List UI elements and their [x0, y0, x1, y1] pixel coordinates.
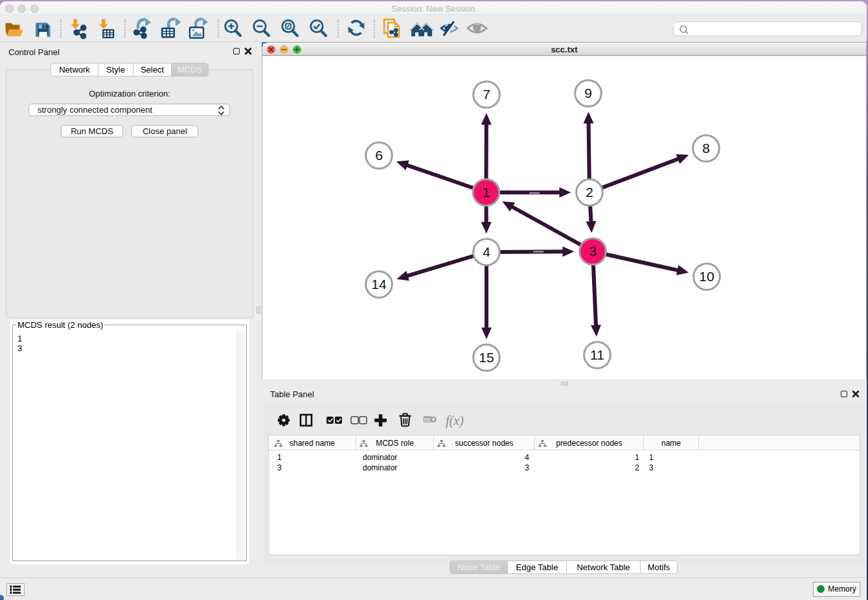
svg-text:9: 9: [584, 86, 592, 100]
svg-text:6: 6: [375, 148, 383, 163]
svg-text:4: 4: [483, 244, 490, 259]
svg-text:2: 2: [586, 185, 593, 200]
svg-text:3: 3: [589, 244, 597, 259]
svg-text:10: 10: [699, 269, 714, 284]
svg-text:8: 8: [702, 141, 710, 156]
svg-text:1: 1: [483, 185, 490, 200]
svg-text:15: 15: [479, 350, 494, 365]
svg-text:7: 7: [483, 87, 490, 102]
svg-text:14: 14: [371, 277, 387, 292]
svg-text:11: 11: [590, 347, 604, 362]
svg-text:f(x): f(x): [446, 413, 464, 428]
